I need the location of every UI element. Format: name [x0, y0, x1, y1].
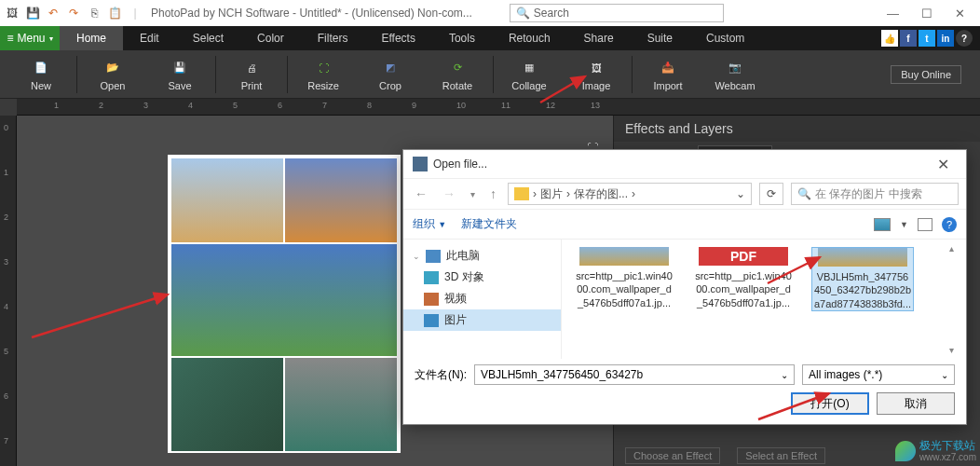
dialog-close-icon[interactable]: ✕ [930, 156, 957, 173]
print-button[interactable]: 🖨Print [218, 58, 285, 91]
buy-online-button[interactable]: Buy Online [891, 65, 961, 84]
sidebar-item-pictures[interactable]: 图片 [403, 309, 561, 331]
chevron-down-icon[interactable]: ⌄ [736, 187, 745, 200]
up-icon[interactable]: ↑ [486, 186, 500, 201]
file-thumbnail: PDF [699, 247, 788, 266]
print-icon: 🖨 [241, 58, 262, 78]
tab-suite[interactable]: Suite [631, 26, 689, 50]
crop-icon: ◩ [380, 58, 401, 78]
separator [215, 56, 216, 93]
forward-icon[interactable]: → [439, 186, 459, 201]
tab-tools[interactable]: Tools [432, 26, 492, 50]
paste-icon[interactable]: 📋 [106, 5, 123, 21]
file-item[interactable]: PDF src=http__pic1.win4000.com_wallpaper… [692, 247, 795, 309]
window-controls: — ☐ ✕ [887, 7, 976, 21]
open-button[interactable]: 打开(O) [791, 392, 869, 415]
close-icon[interactable]: ✕ [955, 7, 965, 21]
refresh-button[interactable]: ⟳ [759, 183, 783, 205]
choose-effect-label: Choose an Effect [625, 447, 720, 464]
dialog-icon [413, 157, 428, 171]
thumbsup-icon[interactable]: 👍 [881, 30, 898, 47]
crop-button[interactable]: ◩Crop [357, 58, 424, 91]
new-icon: 📄 [31, 58, 51, 78]
file-list[interactable]: src=http__pic1.win4000.com_wallpaper_d_5… [562, 240, 966, 359]
search-box[interactable]: 🔍 Search [510, 4, 724, 22]
separator [493, 56, 494, 93]
sidebar-item-videos[interactable]: 视频 [403, 288, 561, 309]
ruler-vertical: 0 1 2 3 4 5 6 7 [0, 116, 17, 466]
tab-effects[interactable]: Effects [364, 26, 431, 50]
watermark-logo-icon [895, 441, 916, 461]
tab-edit[interactable]: Edit [123, 26, 176, 50]
tab-share[interactable]: Share [567, 26, 631, 50]
import-icon: 📥 [658, 58, 678, 78]
filetype-filter[interactable]: All images (*.*)⌄ [802, 364, 955, 385]
tab-home[interactable]: Home [60, 26, 123, 50]
back-icon[interactable]: ← [411, 186, 431, 201]
image-button[interactable]: 🖼Image [563, 58, 630, 91]
facebook-icon[interactable]: f [900, 30, 917, 47]
preview-icon[interactable] [918, 218, 932, 231]
watermark-text: 极光下载站 [919, 440, 976, 452]
resize-button[interactable]: ⛶Resize [290, 58, 357, 91]
scroll-down-icon[interactable]: ▾ [949, 345, 964, 355]
chevron-down-icon[interactable]: ▼ [900, 220, 908, 229]
redo-icon[interactable]: ↷ [65, 5, 82, 21]
dialog-sidebar: ⌄此电脑 3D 对象 视频 图片 [403, 240, 562, 359]
tab-custom[interactable]: Custom [689, 26, 761, 50]
webcam-button[interactable]: 📷Webcam [701, 58, 769, 91]
file-item-selected[interactable]: VBJLH5mh_347756450_63427bb298b2ba7ad8774… [811, 247, 914, 311]
dialog-title: Open file... [433, 158, 487, 171]
cancel-button[interactable]: 取消 [877, 392, 955, 415]
maximize-icon[interactable]: ☐ [921, 7, 932, 21]
breadcrumb-item[interactable]: 保存的图... [574, 186, 628, 202]
organize-menu[interactable]: 组织 ▼ [413, 216, 446, 232]
import-button[interactable]: 📥Import [634, 58, 701, 91]
breadcrumb-item[interactable]: 图片 [540, 186, 563, 202]
tab-retouch[interactable]: Retouch [492, 26, 567, 50]
window-title: PhotoPad by NCH Software - Untitled* - (… [151, 7, 472, 20]
save-icon[interactable]: 💾 [24, 5, 41, 21]
help-icon[interactable]: ? [956, 30, 973, 47]
file-item[interactable]: src=http__pic1.win4000.com_wallpaper_d_5… [573, 247, 675, 309]
filename-input[interactable]: VBJLH5mh_347756450_63427b⌄ [474, 364, 795, 385]
view-icon[interactable] [874, 218, 891, 231]
new-button[interactable]: 📄New [7, 58, 75, 91]
pictures-icon [424, 314, 439, 327]
menu-button[interactable]: ≡ Menu ▾ [0, 26, 60, 50]
twitter-icon[interactable]: t [919, 30, 935, 47]
rotate-button[interactable]: ⟳Rotate [424, 58, 491, 91]
chevron-down-icon[interactable]: ⌄ [781, 370, 788, 380]
open-button[interactable]: 📂Open [79, 58, 146, 91]
title-bar: 🖼 💾 ↶ ↷ ⎘ 📋 | PhotoPad by NCH Software -… [0, 0, 980, 26]
resize-icon: ⛶ [313, 58, 333, 78]
minimize-icon[interactable]: — [887, 7, 899, 21]
save-button[interactable]: 💾Save [146, 58, 213, 91]
scroll-up-icon[interactable]: ▴ [949, 243, 964, 254]
filename-label: 文件名(N): [415, 367, 467, 383]
sidebar-item-3d[interactable]: 3D 对象 [403, 267, 561, 288]
new-folder-button[interactable]: 新建文件夹 [461, 216, 517, 232]
help-icon[interactable]: ? [942, 217, 957, 232]
collage-button[interactable]: ▦Collage [496, 58, 563, 91]
collage-cell [171, 244, 397, 356]
collage-cell [171, 358, 283, 451]
tab-filters[interactable]: Filters [301, 26, 365, 50]
scrollbar[interactable]: ▴▾ [949, 243, 964, 355]
chevron-down-icon: ▾ [49, 34, 53, 43]
tab-select[interactable]: Select [176, 26, 240, 50]
canvas[interactable] [168, 155, 401, 453]
chevron-down-icon[interactable]: ⌄ [941, 370, 948, 380]
refresh-icon: ⟳ [767, 187, 776, 200]
dialog-nav: ← → ▾ ↑ › 图片 › 保存的图... › ⌄ ⟳ 🔍 在 保存的图片 中… [403, 178, 966, 210]
search-placeholder: 在 保存的图片 中搜索 [815, 186, 922, 202]
open-icon: 📂 [102, 58, 123, 78]
linkedin-icon[interactable]: in [937, 30, 954, 47]
recent-icon[interactable]: ▾ [467, 189, 479, 199]
tab-color[interactable]: Color [240, 26, 301, 50]
sidebar-item-thispc[interactable]: ⌄此电脑 [403, 245, 561, 267]
copy-icon[interactable]: ⎘ [86, 5, 102, 21]
undo-icon[interactable]: ↶ [45, 5, 61, 21]
dialog-search[interactable]: 🔍 在 保存的图片 中搜索 [791, 183, 959, 205]
address-bar[interactable]: › 图片 › 保存的图... › ⌄ [508, 183, 752, 205]
